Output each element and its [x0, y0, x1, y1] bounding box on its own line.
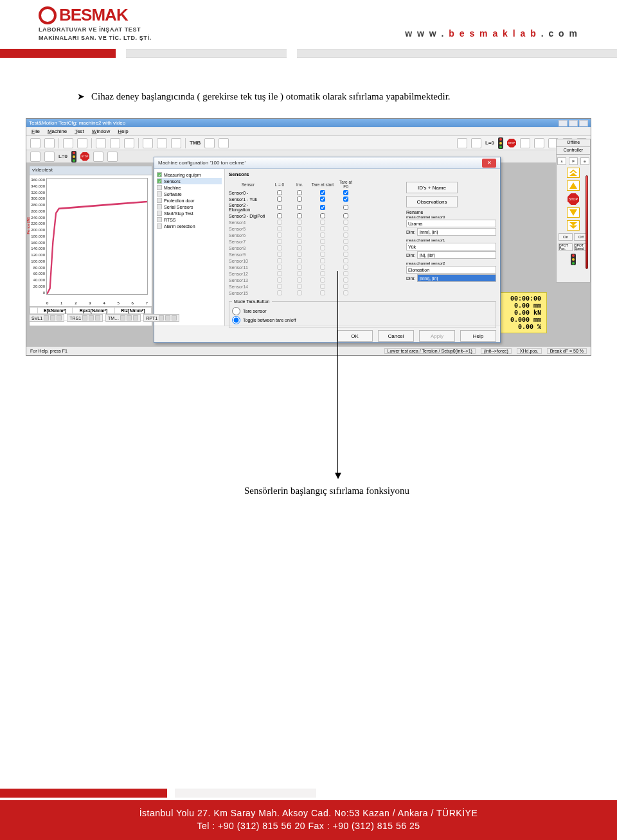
tb-icon[interactable] — [30, 152, 40, 162]
arrow-up-button[interactable] — [567, 180, 580, 191]
sensor-label: Sensor12 — [229, 272, 267, 276]
dialog-close-button[interactable]: ✕ — [482, 159, 496, 168]
chart-tab[interactable]: videotest — [30, 166, 152, 175]
ids-name-button[interactable]: ID's + Name — [406, 182, 458, 193]
min-button[interactable] — [559, 120, 568, 127]
cancel-button[interactable]: Cancel — [378, 330, 414, 342]
sensor-checkbox[interactable] — [297, 197, 302, 202]
dim2-input[interactable] — [417, 274, 496, 282]
sensor-checkbox[interactable] — [320, 190, 325, 195]
menu-window[interactable]: Window — [92, 128, 110, 134]
check-icon: ✓ — [157, 172, 162, 177]
tab-trs1[interactable]: TRS1 — [67, 314, 103, 322]
readout-mm1: 0.00 mm — [514, 302, 541, 310]
tb-l0-label[interactable]: L=0 — [485, 140, 494, 146]
ctrl-f-button[interactable]: F — [569, 157, 578, 165]
tb2-l0-label[interactable]: L=0 — [58, 153, 67, 159]
arrow-down-button[interactable] — [567, 207, 580, 218]
tb-icon[interactable] — [107, 152, 118, 162]
tb-icon[interactable] — [520, 138, 530, 148]
dpot-pos-button[interactable]: DPOT Pos. — [559, 243, 573, 251]
sensor-checkbox[interactable] — [277, 190, 282, 195]
menu-test[interactable]: Test — [75, 128, 84, 134]
menu-file[interactable]: File — [31, 128, 40, 134]
dialog-buttons: OK Cancel Apply Help — [154, 326, 500, 346]
sensor-checkbox — [277, 226, 282, 231]
footer-contact: Tel : +90 (312) 815 56 20 Fax : +90 (312… — [0, 821, 617, 831]
tb-help-icon[interactable] — [219, 138, 229, 148]
close-button[interactable] — [579, 120, 588, 127]
stop-icon[interactable]: STOP — [507, 139, 516, 148]
arrow-fast-up-button[interactable] — [567, 168, 580, 178]
sensor-checkbox — [343, 245, 348, 250]
sensor-checkbox — [297, 252, 302, 257]
sensor-checkbox — [277, 258, 282, 263]
sensor-checkbox[interactable] — [277, 197, 282, 202]
tb-icon[interactable] — [204, 138, 215, 148]
tb-icon[interactable] — [171, 138, 181, 148]
arrow-fast-down-button[interactable] — [567, 220, 580, 231]
menubar: File Machine Test Window Help — [26, 127, 591, 136]
sensor-checkbox[interactable] — [343, 190, 348, 195]
tab-svl1[interactable]: SVL1 — [29, 314, 64, 322]
page-header: BESMAK LABORATUVAR VE İNŞAAT TEST MAKİNA… — [0, 0, 617, 45]
stop-icon[interactable]: STOP — [80, 152, 89, 161]
tb-tmb-label[interactable]: TMB — [190, 140, 201, 146]
sensor-pane: Sensors Sensor L = 0 Inv. Tare at start … — [225, 169, 500, 326]
body-bullet: ➤ Cihaz deney başlangıcında ( gerekirse … — [77, 91, 617, 103]
sensor-checkbox[interactable] — [343, 205, 348, 210]
config-tree[interactable]: ✓Measuring equipm ✓Sensors Machine Softw… — [154, 169, 225, 326]
tb-icon[interactable] — [157, 138, 167, 148]
sensor-checkbox[interactable] — [320, 213, 325, 218]
slider-bar[interactable] — [586, 175, 588, 269]
tb-icon[interactable] — [124, 138, 134, 148]
tb-icon[interactable] — [30, 138, 40, 148]
sensor-checkbox[interactable] — [297, 213, 302, 218]
sensor-checkbox — [297, 277, 302, 283]
help-button[interactable]: Help — [460, 330, 496, 342]
tb-icon[interactable] — [110, 138, 120, 148]
tb-open-icon[interactable] — [63, 138, 73, 148]
tb-hammer-icon[interactable] — [143, 138, 153, 148]
apply-button[interactable]: Apply — [419, 330, 455, 342]
sensor-checkbox[interactable] — [343, 213, 348, 218]
mode-radio-2[interactable] — [232, 316, 240, 324]
rename-ch2-input[interactable] — [406, 266, 496, 274]
on-button[interactable]: On — [559, 233, 573, 241]
sensor-checkbox[interactable] — [343, 197, 348, 202]
ctrl-e-button[interactable]: e — [580, 157, 589, 165]
sensor-checkbox[interactable] — [320, 197, 325, 202]
rename-ch0-input[interactable] — [406, 220, 496, 227]
tb-icon[interactable] — [44, 138, 55, 148]
ctrl-s-button[interactable]: s — [557, 157, 566, 165]
sensor-checkbox[interactable] — [297, 190, 302, 195]
menu-machine[interactable]: Machine — [48, 128, 67, 134]
mode-radio-1[interactable] — [232, 307, 240, 315]
stop-button[interactable]: STOP — [568, 193, 579, 205]
ok-button[interactable]: OK — [337, 330, 373, 342]
dim0-input[interactable] — [417, 228, 496, 236]
tb-on-icon[interactable] — [534, 138, 544, 148]
tb-icon[interactable] — [96, 138, 106, 148]
tab-rpt1[interactable]: RPT1 — [143, 314, 179, 322]
sensor-checkbox — [320, 220, 325, 225]
rename-ch1-input[interactable] — [406, 243, 496, 250]
sensor-checkbox — [320, 252, 325, 257]
sensor-checkbox[interactable] — [277, 213, 282, 218]
tab-tm[interactable]: TM… — [105, 314, 141, 322]
observations-button[interactable]: Observations — [406, 196, 458, 207]
tb-icon[interactable] — [457, 138, 467, 148]
node-icon — [157, 191, 162, 197]
sensor-checkbox[interactable] — [320, 205, 325, 210]
menu-help[interactable]: Help — [118, 128, 128, 134]
sensor-checkbox[interactable] — [277, 205, 282, 210]
tb-icon[interactable] — [77, 138, 87, 148]
tb-icon[interactable] — [471, 138, 481, 148]
tb-icon[interactable] — [44, 152, 55, 162]
tb-icon[interactable] — [93, 152, 103, 162]
node-icon — [157, 204, 162, 209]
sensor-checkbox[interactable] — [297, 205, 302, 210]
max-button[interactable] — [569, 120, 578, 127]
dim1-input[interactable] — [417, 251, 496, 259]
readout-ext-val: 0.00 % — [518, 324, 541, 331]
